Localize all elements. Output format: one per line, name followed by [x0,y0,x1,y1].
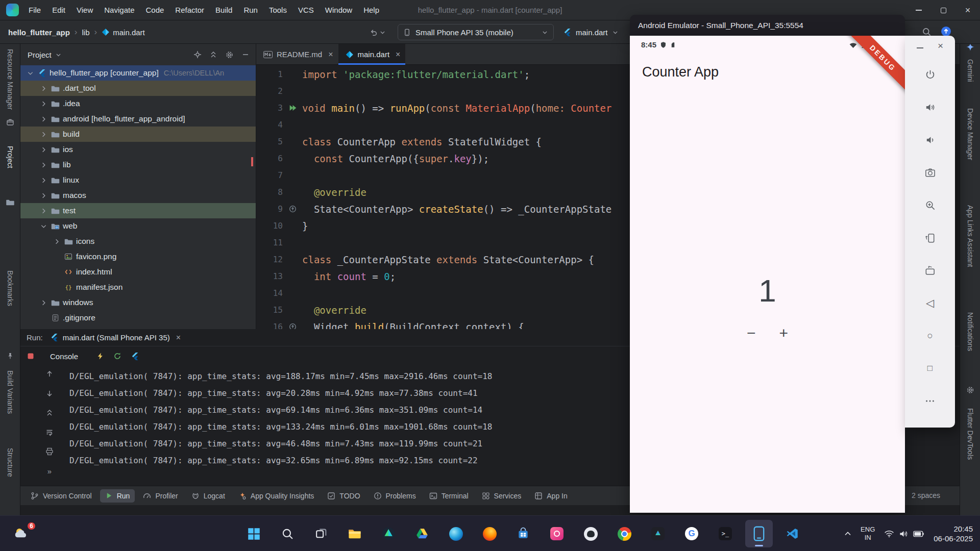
taskbar-microsoft-store[interactable] [509,520,537,547]
tree-item-android-hello-flutter-app-android[interactable]: android [hello_flutter_app_android] [20,111,256,127]
toolwindow-terminal[interactable]: Terminal [424,489,474,503]
menu-run[interactable]: Run [238,0,263,20]
tree-item-index-html[interactable]: index.html [20,264,256,280]
toolwindow-profiler[interactable]: Profiler [138,489,183,503]
stripe-bookmarks[interactable]: Bookmarks [6,270,14,306]
menu-window[interactable]: Window [320,0,358,20]
tree-item-build[interactable]: build [20,127,256,142]
increment-button[interactable]: + [779,324,789,342]
gear-icon[interactable] [966,386,974,396]
volume-up-button[interactable] [920,97,940,117]
close-icon[interactable]: × [396,50,400,59]
language-indicator[interactable]: ENG IN [861,525,875,542]
taskbar-firefox[interactable] [476,520,503,547]
select-opened-file-icon[interactable] [193,51,202,59]
override-gutter-icon[interactable] [283,323,302,329]
editor-tab-readme-md[interactable]: README.md× [256,44,338,65]
overview-button[interactable]: □ [920,358,940,379]
taskbar-terminal[interactable]: >_ [712,520,739,547]
home-button[interactable]: ○ [920,325,940,346]
run-gutter-icon[interactable] [283,104,302,112]
stripe-app-links-assistant[interactable]: App Links Assistant [966,205,974,267]
taskbar-file-explorer[interactable] [341,520,369,547]
emulator-title-bar[interactable]: Android Emulator - Small_Phone_API_35:55… [630,15,905,36]
device-selector[interactable]: Small Phone API 35 (mobile) [398,24,554,40]
more-button[interactable] [920,391,940,411]
emulator-minimize-button[interactable] [917,41,923,50]
stripe-project[interactable]: Project [6,146,14,168]
tree-item-gitignore[interactable]: .gitignore [20,310,256,325]
scroll-down-icon[interactable] [45,389,54,397]
project-panel-title[interactable]: Project [28,51,52,59]
back-button[interactable]: ◁ [920,293,940,313]
taskbar-vscode[interactable] [779,520,806,547]
flutter-icon[interactable] [131,352,139,361]
pin-icon[interactable] [6,352,14,361]
stripe-device-manager[interactable]: Device Manager [966,108,974,160]
widgets-button[interactable]: 6 [8,523,35,544]
hide-panel-icon[interactable] [241,51,250,59]
taskbar-github[interactable] [577,520,604,547]
taskbar-google[interactable]: G [678,520,705,547]
menu-edit[interactable]: Edit [46,0,71,20]
stripe-structure[interactable]: Structure [6,448,14,477]
taskbar-edge[interactable] [442,520,470,547]
stripe-build-variants[interactable]: Build Variants [6,370,14,414]
editor-tab-main-dart[interactable]: main.dart× [338,44,406,65]
gear-icon[interactable] [225,51,234,59]
breadcrumb-main-dart[interactable]: main.dart [102,28,145,37]
menu-vcs[interactable]: VCS [292,0,320,20]
menu-code[interactable]: Code [140,0,169,20]
tree-item-lib[interactable]: lib [20,157,256,172]
tree-item-test[interactable]: test [20,203,256,218]
clock[interactable]: 20:45 06-06-2025 [934,524,973,543]
hot-restart-icon[interactable] [113,352,121,360]
decrement-button[interactable]: − [747,324,756,342]
menu-build[interactable]: Build [210,0,238,20]
run-config-selector[interactable]: main.dart [563,24,619,40]
gemini-icon[interactable] [966,43,975,54]
more-icon[interactable]: » [47,467,52,475]
taskbar-android-studio[interactable] [375,520,402,547]
taskbar-start[interactable] [240,520,267,547]
toolwindow-services[interactable]: Services [477,489,527,503]
taskbar-task-view[interactable] [307,520,335,547]
camera-button[interactable] [920,162,940,183]
tree-item-ios[interactable]: ios [20,142,256,157]
toolwindow-logcat[interactable]: Logcat [186,489,230,503]
collapse-icon[interactable] [45,409,54,417]
menu-view[interactable]: View [71,0,99,20]
stripe-resource-manager[interactable]: Resource Manager [6,49,14,110]
tree-item-dart-tool[interactable]: .dart_tool [20,81,256,96]
tray-icons[interactable] [884,530,924,538]
power-button[interactable] [920,64,940,85]
close-icon[interactable]: × [328,50,333,59]
breadcrumb-hello-flutter-app[interactable]: hello_flutter_app [8,28,70,37]
stripe-gemini[interactable]: Gemini [966,59,974,82]
emulator-screen[interactable]: 8:45 DEBUG Counter App 1 − + [630,36,905,513]
taskbar-chrome[interactable] [610,520,638,547]
taskbar-search[interactable] [274,520,301,547]
close-icon[interactable]: × [176,333,181,342]
emulator-close-button[interactable]: × [938,41,943,51]
tree-item-web[interactable]: web [20,218,256,234]
menu-tools[interactable]: Tools [263,0,292,20]
undo-button[interactable] [370,24,386,40]
project-folder-icon[interactable] [6,198,14,208]
menu-help[interactable]: Help [358,0,385,20]
override-gutter-icon[interactable] [283,205,302,213]
chevron-down-icon[interactable] [55,52,62,58]
hot-reload-icon[interactable] [96,352,104,360]
volume-down-button[interactable] [920,130,940,150]
stripe-notifications[interactable]: Notifications [966,312,974,351]
print-icon[interactable] [45,447,54,456]
tray-overflow-button[interactable] [844,531,851,536]
tree-item-macos[interactable]: macos [20,188,256,203]
rotate-left-button[interactable] [920,228,940,248]
taskbar-google-drive[interactable] [408,520,436,547]
window-close-button[interactable]: × [955,0,980,20]
menu-refactor[interactable]: Refactor [169,0,210,20]
toolwindow-run[interactable]: Run [100,489,135,503]
tree-item-favicon-png[interactable]: favicon.png [20,249,256,264]
soft-wrap-icon[interactable] [45,428,54,436]
